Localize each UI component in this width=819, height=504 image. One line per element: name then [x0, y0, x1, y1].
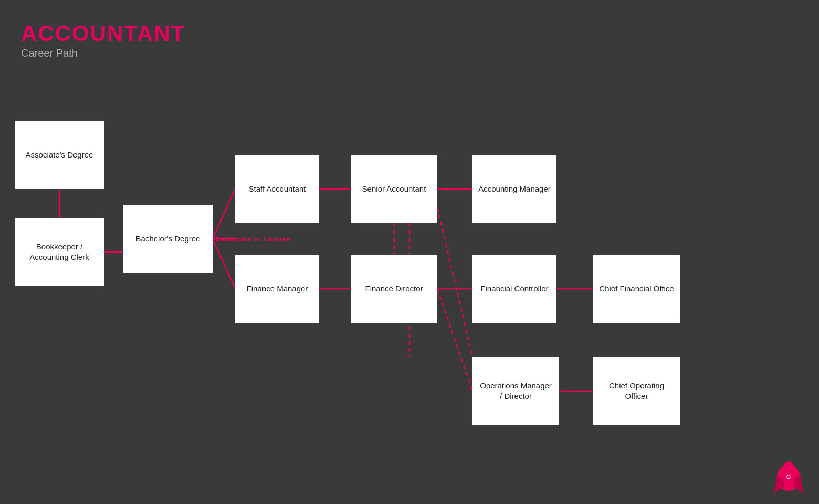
- card-accounting-manager: Accounting Manager: [472, 155, 556, 223]
- svg-rect-21: [784, 482, 788, 490]
- svg-rect-22: [790, 482, 794, 490]
- card-finance-manager: Finance Manager: [235, 255, 319, 323]
- svg-line-12: [437, 207, 472, 357]
- cert-label: Certificate or License: [215, 235, 290, 243]
- card-finance-director: Finance Director: [351, 255, 437, 323]
- card-bookkeeper: Bookkeeper / Accounting Clerk: [15, 218, 104, 286]
- svg-line-13: [437, 289, 472, 391]
- card-staff-accountant: Staff Accountant: [235, 155, 319, 223]
- header: ACCOUNTANT Career Path: [21, 21, 185, 59]
- card-bachelors: Bachelor's Degree: [123, 205, 213, 273]
- card-operations-manager: Operations Manager / Director: [472, 357, 559, 425]
- card-associates: Associate's Degree: [15, 121, 104, 189]
- svg-text:G: G: [786, 474, 791, 480]
- card-financial-controller: Financial Controller: [472, 255, 556, 323]
- svg-point-16: [783, 461, 794, 472]
- svg-line-3: [213, 189, 235, 239]
- card-cfo: Chief Financial Office: [593, 255, 680, 323]
- page-title: ACCOUNTANT: [21, 21, 185, 46]
- logo: G: [774, 459, 803, 494]
- connections-svg: [0, 0, 819, 504]
- card-coo: Chief Operating Officer: [593, 357, 680, 425]
- svg-line-4: [213, 239, 235, 289]
- page-subtitle: Career Path: [21, 47, 185, 59]
- card-senior-accountant: Senior Accountant: [351, 155, 437, 223]
